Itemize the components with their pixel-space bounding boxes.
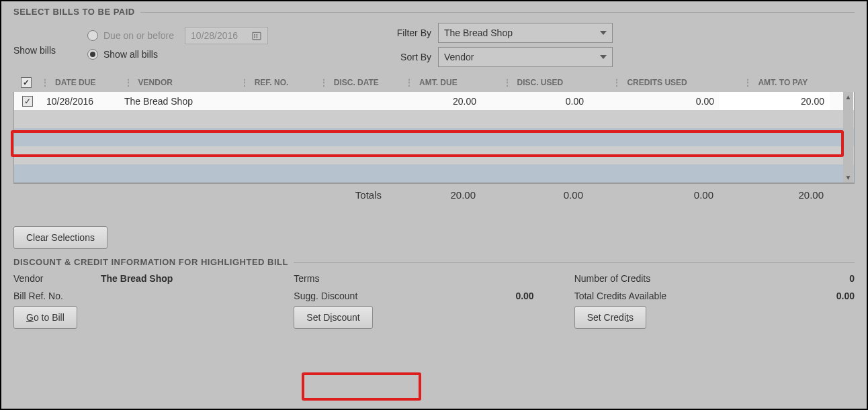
info-vendor-label: Vendor [13, 273, 101, 284]
date-due-before-field: 10/28/2016 [185, 27, 268, 44]
info-sugg-discount-value: 0.00 [515, 291, 533, 301]
section-title-select-bills: SELECT BILLS TO BE PAID [13, 7, 855, 18]
row-checkbox[interactable]: ✓ [22, 96, 33, 107]
info-num-credits-value: 0 [849, 273, 855, 284]
scroll-up-icon[interactable]: ▲ [843, 92, 853, 102]
cell-disc-date [307, 92, 388, 110]
filter-by-label: Filter By [397, 28, 431, 38]
cell-ref-no [233, 92, 307, 110]
table-row-empty [14, 128, 854, 146]
table-header: ✓ ⋮ DATE DUE ⋮ VENDOR ⋮ REF. NO. ⋮ DISC.… [13, 73, 855, 92]
radio-show-all[interactable] [87, 49, 98, 60]
col-vendor[interactable]: VENDOR [133, 73, 238, 92]
col-disc-used[interactable]: DISC. USED [512, 73, 611, 92]
info-vendor-value: The Bread Shop [101, 273, 173, 284]
totals-row: Totals 20.00 0.00 0.00 20.00 [13, 183, 855, 206]
chevron-down-icon [600, 31, 607, 35]
cell-disc-used: 0.00 [482, 92, 589, 110]
total-credits-used: 0.00 [589, 184, 719, 206]
info-total-credits-value: 0.00 [836, 291, 855, 301]
clear-selections-button[interactable]: Clear Selections [13, 226, 107, 249]
svg-rect-4 [256, 36, 257, 38]
show-bills-label: Show bills [13, 34, 81, 56]
total-amt-to-pay: 20.00 [719, 184, 829, 206]
table-scrollbar[interactable]: ▲ ▼ [843, 92, 853, 183]
cell-amt-to-pay[interactable]: 20.00 [720, 92, 830, 110]
section-title-discount-info: DISCOUNT & CREDIT INFORMATION FOR HIGHLI… [13, 257, 855, 268]
svg-rect-1 [254, 34, 255, 36]
highlight-annotation-button [302, 372, 421, 401]
radio-all-label: Show all bills [103, 49, 158, 60]
total-disc-used: 0.00 [481, 184, 589, 206]
totals-label: Totals [306, 184, 387, 206]
chevron-down-icon [600, 55, 607, 59]
table-row-empty [14, 110, 854, 128]
sort-by-label: Sort By [400, 52, 431, 62]
table-row-empty [14, 164, 854, 183]
col-amt-to-pay[interactable]: AMT. TO PAY [752, 73, 855, 92]
select-all-checkbox[interactable]: ✓ [21, 77, 32, 88]
radio-due-label: Due on or before [103, 30, 174, 41]
go-to-bill-button[interactable]: Go to Bill [13, 306, 77, 329]
info-sugg-discount-label: Sugg. Discount [294, 291, 401, 301]
cell-amt-due: 20.00 [388, 92, 482, 110]
col-credits-used[interactable]: CREDITS USED [621, 73, 742, 92]
info-terms-label: Terms [294, 273, 381, 284]
svg-rect-0 [253, 32, 261, 40]
radio-due-on-before[interactable] [87, 30, 98, 41]
cell-vendor: The Bread Shop [119, 92, 233, 110]
sort-by-dropdown[interactable]: Vendor [438, 47, 613, 67]
table-row[interactable]: ✓ 10/28/2016 The Bread Shop 20.00 0.00 0… [14, 92, 854, 110]
set-discount-button[interactable]: Set Discount [294, 306, 372, 329]
table-row-empty [14, 146, 854, 164]
cell-credits-used: 0.00 [589, 92, 720, 110]
col-ref-no[interactable]: REF. NO. [249, 73, 318, 92]
col-date-due[interactable]: DATE DUE [50, 73, 122, 92]
scroll-down-icon[interactable]: ▼ [843, 172, 853, 183]
svg-rect-3 [254, 36, 255, 38]
info-total-credits-label: Total Credits Available [574, 291, 709, 301]
col-amt-due[interactable]: AMT. DUE [414, 73, 501, 92]
col-disc-date[interactable]: DISC. DATE [329, 73, 403, 92]
filter-by-dropdown[interactable]: The Bread Shop [438, 23, 613, 43]
cell-date-due: 10/28/2016 [41, 92, 119, 110]
total-amt-due: 20.00 [387, 184, 481, 206]
calendar-icon [251, 30, 262, 41]
svg-rect-2 [256, 34, 257, 36]
info-num-credits-label: Number of Credits [574, 273, 709, 284]
info-bill-ref-label: Bill Ref. No. [13, 291, 101, 301]
set-credits-button[interactable]: Set Credits [574, 306, 646, 329]
